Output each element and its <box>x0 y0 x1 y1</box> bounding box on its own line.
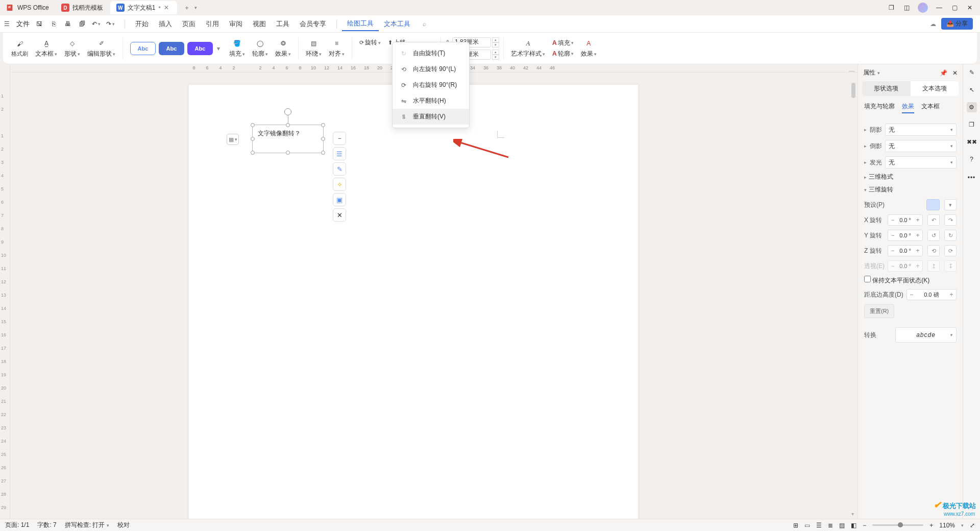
page-area[interactable]: ▦▾ 文字镜像翻转？ － ☰ ✎ ✧ <box>10 73 857 519</box>
fit-icon[interactable]: ⤢ <box>970 522 975 529</box>
tab-text-options[interactable]: 文本选项 <box>911 81 959 96</box>
resize-handle[interactable] <box>321 151 325 155</box>
preview-icon[interactable]: 🗐 <box>78 19 87 29</box>
new-tab-button[interactable]: ＋ <box>181 2 192 13</box>
menu-insert[interactable]: 插入 <box>154 17 177 31</box>
view-icon-1[interactable]: ⊞ <box>793 522 798 529</box>
preset-swatch[interactable] <box>926 199 940 210</box>
y-rotation-input[interactable]: −0.0 °+ <box>888 230 923 241</box>
reset-button[interactable]: 重置(R) <box>864 304 894 318</box>
status-words[interactable]: 字数: 7 <box>37 521 56 529</box>
style-abc-2[interactable]: Abc <box>159 42 184 55</box>
zoom-value[interactable]: 110% <box>939 522 955 529</box>
file-menu[interactable]: 文件 <box>16 19 30 29</box>
status-page[interactable]: 页面: 1/1 <box>5 521 29 529</box>
tab-document[interactable]: W 文字文稿1 • ✕ <box>110 1 177 14</box>
shape-button[interactable]: ◇形状▾ <box>61 35 83 62</box>
rotate-button[interactable]: ⟳ 旋转 ▾ <box>359 38 381 47</box>
subtab-fill[interactable]: 填充与轮廓 <box>864 102 895 113</box>
edit-shape-button[interactable]: ✐编辑形状▾ <box>84 35 118 62</box>
menu-member[interactable]: 会员专享 <box>295 17 331 31</box>
format-painter[interactable]: 🖌格式刷 <box>8 35 31 62</box>
view-icon-2[interactable]: ▭ <box>804 522 810 529</box>
print-icon[interactable]: 🖶 <box>63 19 72 29</box>
close-icon[interactable]: ✕ <box>164 4 171 11</box>
undo-icon[interactable]: ↶▾ <box>92 19 101 29</box>
menu-page[interactable]: 页面 <box>177 17 201 31</box>
x-btn2[interactable]: ↷ <box>944 214 957 226</box>
view-icon-5[interactable]: ▤ <box>839 522 845 529</box>
menu-view[interactable]: 视图 <box>248 17 271 31</box>
subtab-effect[interactable]: 效果 <box>902 102 914 113</box>
fill-button[interactable]: 🪣填充▾ <box>226 35 248 62</box>
outline-button[interactable]: ◯轮廓▾ <box>249 35 271 62</box>
keep-flat-checkbox[interactable]: 保持文本平面状态(K) <box>864 276 929 285</box>
textbox-shape[interactable]: 文字镜像翻转？ <box>252 125 324 153</box>
save-icon[interactable]: 🖫 <box>35 19 44 29</box>
flip-horizontal[interactable]: ⇋水平翻转(H) <box>393 93 469 109</box>
menu-start[interactable]: 开始 <box>130 17 154 31</box>
spinner[interactable]: ▴▾ <box>492 50 499 60</box>
ft-spark[interactable]: ✧ <box>333 178 346 191</box>
status-spell[interactable]: 拼写检查: 打开 ▾ <box>65 521 109 529</box>
resize-handle[interactable] <box>251 151 255 155</box>
label-3d-format[interactable]: 三维格式 <box>869 173 893 181</box>
tools-icon[interactable]: ✖✖ <box>967 137 977 147</box>
maximize-icon[interactable]: ▢ <box>950 4 959 12</box>
align-button[interactable]: ≡对齐▾ <box>326 35 348 62</box>
view-icon-6[interactable]: ◧ <box>851 522 856 529</box>
textbox-button[interactable]: A̲文本框▾ <box>32 35 60 62</box>
x-rotation-input[interactable]: −0.0 °+ <box>888 214 923 226</box>
resize-handle[interactable] <box>321 123 325 127</box>
style-abc-3[interactable]: Abc <box>187 42 213 55</box>
more-icon[interactable]: ••• <box>967 173 977 183</box>
panel-collapse-icon[interactable]: — <box>849 67 854 74</box>
z-btn2[interactable]: ⟳ <box>944 245 957 256</box>
resize-handle[interactable] <box>251 137 255 141</box>
hamburger-icon[interactable]: ☰ <box>4 20 14 28</box>
resize-handle[interactable] <box>286 151 290 155</box>
fill2-button[interactable]: A 填充 ▾ <box>552 39 574 47</box>
tab-shape-options[interactable]: 形状选项 <box>862 81 911 96</box>
subtab-textbox[interactable]: 文本框 <box>921 102 940 113</box>
style-gallery[interactable]: Abc Abc Abc ▾ <box>127 35 225 62</box>
ft-frame[interactable]: ▣ <box>333 193 346 206</box>
glow-select[interactable]: 无▾ <box>885 156 957 168</box>
effect2-button[interactable]: A效果▾ <box>578 35 600 62</box>
ft-tools[interactable]: ✕ <box>333 208 346 222</box>
x-btn1[interactable]: ↶ <box>927 214 940 226</box>
zoom-slider[interactable] <box>872 524 923 526</box>
flip-vertical[interactable]: ⥮垂直翻转(V) <box>393 109 469 125</box>
resize-handle[interactable] <box>321 137 325 141</box>
shadow-select[interactable]: 无▾ <box>885 124 957 136</box>
ft-pencil[interactable]: ✎ <box>333 162 346 176</box>
tab-templates[interactable]: D 找稻壳模板 <box>55 1 109 14</box>
minimize-icon[interactable]: ― <box>935 4 943 12</box>
search-icon[interactable]: ⌕ <box>423 20 426 28</box>
menu-tools[interactable]: 工具 <box>271 17 295 31</box>
share-button[interactable]: 📤 分享 <box>941 18 973 30</box>
document-page[interactable]: ▦▾ 文字镜像翻转？ － ☰ ✎ ✧ <box>189 85 638 519</box>
dist-input[interactable]: −0.0 磅+ <box>906 289 957 300</box>
preset-more[interactable]: ▾ <box>944 199 957 210</box>
view-icon-3[interactable]: ☰ <box>816 522 822 529</box>
view-icon-4[interactable]: ≣ <box>828 522 833 529</box>
status-proof[interactable]: 校对 <box>117 521 130 529</box>
zoom-in[interactable]: + <box>929 522 933 529</box>
wordart-style-button[interactable]: A艺术字样式▾ <box>508 35 548 62</box>
transform-select[interactable]: abcde▾ <box>895 327 957 343</box>
ft-lines[interactable]: ☰ <box>333 147 346 160</box>
z-rotation-input[interactable]: −0.0 °+ <box>888 245 923 256</box>
layers-icon[interactable]: ❐ <box>967 119 977 130</box>
spinner[interactable]: ▴▾ <box>492 37 499 47</box>
zoom-out[interactable]: − <box>863 522 866 529</box>
redo-icon[interactable]: ↷▾ <box>106 19 115 29</box>
layout-options-icon[interactable]: ▦▾ <box>227 134 239 145</box>
cursor-icon[interactable]: ↖ <box>967 85 977 95</box>
multiwin-icon[interactable]: ❐ <box>887 4 895 12</box>
effect-button[interactable]: ❂效果▾ <box>272 35 294 62</box>
reflect-select[interactable]: 无▾ <box>885 140 957 152</box>
menu-text-tools[interactable]: 文本工具 <box>379 17 415 31</box>
pin-icon[interactable]: 📌 <box>940 69 947 77</box>
export-icon[interactable]: ⎘ <box>49 19 58 29</box>
